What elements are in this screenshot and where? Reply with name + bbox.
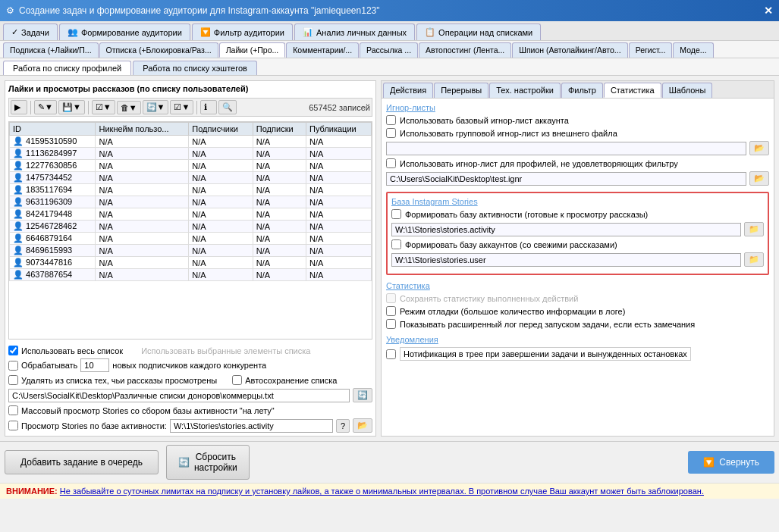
table-row[interactable]: 👤 1475734452N/AN/AN/AN/A bbox=[10, 172, 372, 184]
use-full-list-label: Использовать весь список bbox=[21, 346, 123, 355]
file-path-input[interactable] bbox=[8, 389, 350, 402]
activity-path-browse[interactable]: 📁 bbox=[744, 222, 764, 236]
save-stats-checkbox[interactable] bbox=[386, 293, 396, 303]
top-tab-subscribe[interactable]: Подписка (+Лайки/П... bbox=[3, 42, 99, 58]
right-tab-actions[interactable]: Действия bbox=[383, 83, 433, 98]
table-row[interactable]: 👤 41595310590N/AN/AN/AN/A bbox=[10, 136, 372, 148]
debug-mode-row: Режим отладки (большое количество информ… bbox=[386, 306, 769, 316]
toolbar-btn-info[interactable]: ℹ bbox=[200, 100, 217, 114]
sub-tab-profiles[interactable]: Работа по списку профилей bbox=[3, 61, 131, 75]
process-checkbox[interactable] bbox=[8, 361, 18, 371]
top-tab-mode[interactable]: Моде... bbox=[673, 42, 713, 58]
toolbar: ▶ ✎▼ 💾▼ ☑▼ 🗑▼ 🔄▼ ☑▼ ℹ 🔍 657452 записей bbox=[8, 98, 372, 117]
table-row[interactable]: 👤 4637887654N/AN/AN/AN/A bbox=[10, 269, 372, 281]
sub-tab-hashtags[interactable]: Работа по списку хэштегов bbox=[133, 61, 257, 75]
main-tab-filter[interactable]: 🔽 Фильтр аудитории bbox=[192, 23, 293, 40]
form-activity-checkbox[interactable] bbox=[391, 209, 401, 219]
add-to-queue-button[interactable]: Добавить задание в очередь bbox=[5, 450, 159, 474]
warning-text: Не забывайте о суточных лимитах на подпи… bbox=[60, 487, 704, 496]
top-tab-spy[interactable]: Шпион (Автолайкинг/Авто... bbox=[512, 42, 627, 58]
use-filter-ignore-checkbox[interactable] bbox=[386, 158, 396, 168]
top-tab-autopost[interactable]: Автопостинг (Лента... bbox=[419, 42, 511, 58]
toolbar-btn-edit[interactable]: ✎▼ bbox=[34, 100, 57, 114]
footer-area: Добавить задание в очередь 🔄 Сброситьнас… bbox=[0, 441, 779, 483]
reset-settings-button[interactable]: 🔄 Сброситьнастройки bbox=[166, 445, 250, 480]
close-button[interactable]: ✕ bbox=[764, 5, 773, 17]
top-tab-broadcast[interactable]: Рассылка ... bbox=[360, 42, 418, 58]
main-tab-tasks[interactable]: ✓ Задачи bbox=[3, 23, 58, 40]
title-bar-left: ⚙ Создание задач и формирование аудитори… bbox=[6, 5, 379, 16]
table-row[interactable]: 👤 12546728462N/AN/AN/AN/A bbox=[10, 221, 372, 233]
toolbar-btn-search[interactable]: 🔍 bbox=[218, 100, 237, 114]
table-row[interactable]: 👤 9631196309N/AN/AN/AN/A bbox=[10, 196, 372, 208]
toolbar-btn-check[interactable]: ☑▼ bbox=[92, 100, 115, 114]
data-table-container[interactable]: ID Никнейм пользо... Подписчики Подписки… bbox=[8, 121, 372, 340]
top-tab-likes[interactable]: Лайки (+Про... bbox=[219, 42, 286, 58]
right-tab-stats[interactable]: Статистика bbox=[604, 83, 661, 98]
new-path-browse[interactable]: 📁 bbox=[744, 252, 764, 267]
debug-mode-checkbox[interactable] bbox=[386, 306, 396, 316]
stories-browse-btn[interactable]: 📂 bbox=[353, 418, 372, 433]
filter-file-row: 📂 bbox=[386, 171, 769, 186]
stories-path-input[interactable] bbox=[170, 419, 333, 433]
table-row[interactable]: 👤 12277630856N/AN/AN/AN/A bbox=[10, 160, 372, 172]
activity-path-input[interactable] bbox=[391, 223, 741, 236]
notify-label: Нотификация в трее при завершении задачи… bbox=[400, 347, 691, 361]
new-path-input[interactable] bbox=[391, 253, 741, 267]
main-tab-analysis[interactable]: 📊 Анализ личных данных bbox=[294, 23, 415, 40]
toolbar-btn-delete[interactable]: 🗑▼ bbox=[117, 101, 141, 114]
use-group-ignore-checkbox[interactable] bbox=[386, 128, 396, 138]
table-row[interactable]: 👤 6646879164N/AN/AN/AN/A bbox=[10, 233, 372, 245]
stories-help-btn[interactable]: ? bbox=[336, 419, 350, 433]
main-tab-audience[interactable]: 👥 Формирование аудитории bbox=[59, 23, 190, 40]
autosave-row: Автосохранение списка bbox=[232, 375, 337, 385]
warning-bar: ВНИМАНИЕ: Не забывайте о суточных лимита… bbox=[0, 483, 779, 499]
mass-view-checkbox[interactable] bbox=[8, 405, 18, 415]
toolbar-btn-refresh[interactable]: 🔄▼ bbox=[143, 100, 169, 114]
autosave-checkbox[interactable] bbox=[232, 375, 242, 385]
filter-file-browse[interactable]: 📂 bbox=[749, 171, 769, 186]
filter-file-input[interactable] bbox=[386, 172, 746, 186]
process-label: Обрабатывать bbox=[21, 361, 77, 370]
use-full-list-checkbox[interactable] bbox=[8, 346, 18, 355]
table-row[interactable]: 👤 8469615993N/AN/AN/AN/A bbox=[10, 245, 372, 257]
notify-checkbox[interactable] bbox=[386, 349, 396, 359]
right-tab-breaks[interactable]: Перерывы bbox=[434, 83, 488, 98]
row-icon: 👤 bbox=[13, 161, 24, 170]
save-stats-row: Сохранять статистику выполненных действи… bbox=[386, 293, 769, 303]
table-row[interactable]: 👤 11136284997N/AN/AN/AN/A bbox=[10, 148, 372, 160]
right-tab-tech[interactable]: Тех. настройки bbox=[489, 83, 561, 98]
col-header-following: Подписки bbox=[253, 123, 306, 136]
top-tab-register[interactable]: Регист... bbox=[629, 42, 673, 58]
top-tab-comments[interactable]: Комментарии/... bbox=[286, 42, 359, 58]
toolbar-btn-save[interactable]: 💾▼ bbox=[58, 100, 85, 114]
table-row[interactable]: 👤 9073447816N/AN/AN/AN/A bbox=[10, 257, 372, 269]
right-tab-templates[interactable]: Шаблоны bbox=[662, 83, 713, 98]
file-browse-btn[interactable]: 🔄 bbox=[353, 388, 372, 402]
view-by-base-checkbox[interactable] bbox=[8, 421, 18, 430]
warning-text-link[interactable]: Не забывайте о суточных лимитах на подпи… bbox=[60, 487, 704, 496]
table-row[interactable]: 👤 1835117694N/AN/AN/AN/A bbox=[10, 184, 372, 196]
stories-path-row: Просмотр Stories по базе активности: ? 📂 bbox=[8, 418, 372, 433]
row-icon: 👤 bbox=[13, 197, 24, 206]
toolbar-btn-select[interactable]: ☑▼ bbox=[170, 100, 193, 114]
right-tab-filter-r[interactable]: Фильтр bbox=[561, 83, 603, 98]
group-file-input[interactable] bbox=[386, 142, 746, 155]
minimize-button[interactable]: 🔽 Свернуть bbox=[688, 451, 774, 474]
audience-label: Формирование аудитории bbox=[81, 28, 182, 37]
group-file-browse[interactable]: 📂 bbox=[749, 141, 769, 155]
table-row[interactable]: 👤 8424179448N/AN/AN/AN/A bbox=[10, 208, 372, 221]
left-panel-title: Лайки и просмотры рассказов (по списку п… bbox=[8, 84, 372, 93]
use-base-ignore-checkbox[interactable] bbox=[386, 115, 396, 125]
main-tab-operations[interactable]: 📋 Операции над списками bbox=[416, 23, 541, 40]
filter-label: Фильтр аудитории bbox=[214, 28, 284, 37]
remove-viewed-checkbox[interactable] bbox=[8, 375, 18, 385]
use-base-ignore-row: Использовать базовый игнор-лист аккаунта bbox=[386, 115, 769, 125]
toolbar-btn-run[interactable]: ▶ bbox=[11, 100, 27, 114]
form-new-checkbox[interactable] bbox=[391, 239, 401, 249]
show-extended-checkbox[interactable] bbox=[386, 319, 396, 329]
col-header-nickname: Никнейм пользо... bbox=[96, 123, 189, 136]
form-activity-label: Формировать базу активности (готовые к п… bbox=[405, 210, 648, 219]
top-tab-unsubscribe[interactable]: Отписка (+Блокировка/Раз... bbox=[99, 42, 218, 58]
process-count-input[interactable] bbox=[80, 358, 109, 372]
